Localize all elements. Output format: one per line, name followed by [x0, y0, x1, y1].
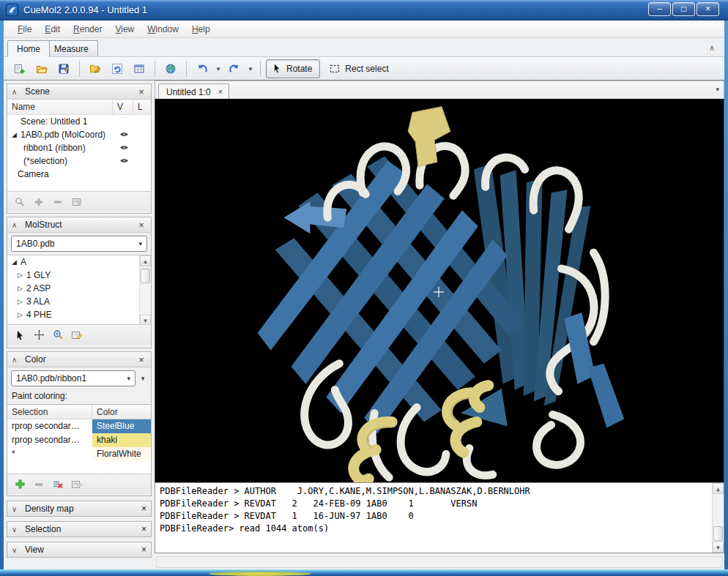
visibility-eye-icon[interactable]	[119, 157, 129, 164]
properties-edit-icon[interactable]	[70, 329, 83, 342]
color-menu-dropdown[interactable]: ▾	[138, 375, 147, 382]
select-cursor-icon[interactable]	[13, 329, 26, 342]
viewport-tab[interactable]: Untitled 1:0 ×	[158, 83, 229, 100]
open-file-button[interactable]	[85, 59, 105, 78]
collapsed-icon[interactable]: ▷	[18, 272, 26, 279]
expand-chevron-icon[interactable]: ∨	[12, 546, 21, 554]
undo-button[interactable]	[192, 59, 212, 78]
molstruct-row-chain-a[interactable]: ◢ A	[7, 255, 151, 269]
density-map-panel-header[interactable]: ∨ Density map ×	[7, 501, 152, 517]
scroll-up-icon[interactable]: ▲	[140, 255, 151, 266]
scene-panel-close-icon[interactable]: ×	[136, 86, 146, 97]
collapse-chevron-icon[interactable]: ∧	[12, 88, 21, 96]
color-panel-header[interactable]: ∧ Color ×	[7, 352, 151, 367]
menu-view[interactable]: View	[108, 22, 141, 37]
density-map-panel-close-icon[interactable]: ×	[141, 504, 146, 514]
collapse-chevron-icon[interactable]: ∧	[12, 221, 21, 229]
viewport-tab-dropdown-icon[interactable]: ▾	[716, 86, 719, 93]
tab-home[interactable]: Home	[7, 40, 50, 57]
zoom-in-icon[interactable]	[51, 329, 64, 342]
selection-panel-close-icon[interactable]: ×	[141, 524, 146, 534]
column-lock[interactable]: L	[133, 100, 151, 114]
view-panel-header[interactable]: ∨ View ×	[7, 542, 152, 558]
color-target-combo[interactable]: 1AB0.pdb/ribbon1 ▾	[11, 370, 135, 386]
save-scene-button[interactable]	[53, 59, 74, 78]
molstruct-panel-close-icon[interactable]: ×	[136, 220, 146, 231]
molstruct-row-res2[interactable]: ▷ 2 ASP	[7, 282, 151, 295]
rotate-tool-button[interactable]: Rotate	[266, 59, 320, 78]
view-panel-close-icon[interactable]: ×	[141, 545, 146, 555]
toolbar-separator	[155, 61, 155, 77]
paint-col-selection[interactable]: Selection	[7, 405, 92, 419]
log-scrollbar[interactable]: ▲ ▼	[712, 483, 724, 553]
paint-row-steelblue[interactable]: rprop secondar… SteelBlue	[7, 419, 151, 433]
column-visible[interactable]: V	[113, 100, 133, 114]
expand-chevron-icon[interactable]: ∨	[12, 525, 21, 534]
new-scene-button[interactable]	[10, 59, 30, 78]
molstruct-panel-header[interactable]: ∧ MolStruct ×	[7, 217, 151, 233]
scroll-down-icon[interactable]: ▼	[713, 542, 724, 553]
paint-col-color[interactable]: Color	[92, 405, 151, 419]
scene-row-scene[interactable]: Scene: Untitled 1	[7, 115, 151, 128]
center-view-icon[interactable]	[32, 329, 45, 342]
scrollbar-thumb[interactable]	[713, 526, 723, 541]
expanded-icon[interactable]: ◢	[12, 258, 21, 266]
scroll-up-icon[interactable]: ▲	[713, 483, 724, 494]
scene-row-ribbon1[interactable]: ribbon1 (ribbon)	[7, 141, 151, 154]
collapsed-icon[interactable]: ▷	[18, 311, 26, 318]
selection-panel-header[interactable]: ∨ Selection ×	[7, 521, 152, 537]
scene-panel-header[interactable]: ∧ Scene ×	[7, 84, 151, 100]
viewport-tab-close-icon[interactable]: ×	[218, 87, 223, 100]
expand-chevron-icon[interactable]: ∨	[12, 505, 21, 513]
expanded-icon[interactable]: ◢	[12, 131, 21, 138]
ribbon-collapse-button[interactable]: ∧	[705, 41, 718, 54]
properties-icon[interactable]	[70, 195, 83, 209]
scroll-down-icon[interactable]: ▼	[140, 315, 151, 325]
network-pdb-button[interactable]	[160, 59, 181, 78]
menu-edit[interactable]: Edit	[38, 22, 67, 37]
paint-row-floralwhite[interactable]: * FloralWhite	[7, 447, 151, 461]
color-panel-close-icon[interactable]: ×	[136, 354, 146, 365]
visibility-eye-icon[interactable]	[119, 144, 129, 151]
collapse-chevron-icon[interactable]: ∧	[12, 356, 21, 364]
molecular-viewport[interactable]	[155, 99, 724, 482]
add-paint-icon[interactable]	[13, 478, 26, 491]
clear-paints-icon[interactable]	[51, 478, 64, 491]
molstruct-scrollbar[interactable]: ▲ ▼	[139, 255, 151, 325]
reload-button[interactable]	[107, 59, 127, 78]
undo-dropdown[interactable]: ▾	[214, 65, 223, 72]
scrollbar-thumb[interactable]	[141, 269, 150, 283]
maximize-button[interactable]: □	[672, 2, 695, 16]
minimize-button[interactable]: –	[648, 2, 671, 16]
open-scene-button[interactable]	[31, 59, 52, 78]
tab-measure[interactable]: Measure	[45, 40, 98, 57]
rect-select-button[interactable]: Rect select	[322, 59, 395, 78]
scene-row-molcoord[interactable]: ◢ 1AB0.pdb (MolCoord)	[7, 128, 151, 141]
titlebar[interactable]: CueMol2 2.0.0.94 - Untitled 1 – □ ×	[0, 0, 728, 20]
column-name[interactable]: Name	[7, 100, 113, 114]
collapsed-icon[interactable]: ▷	[18, 285, 26, 292]
menu-file[interactable]: File	[11, 22, 38, 37]
molstruct-row-res4[interactable]: ▷ 4 PHE	[7, 308, 151, 321]
redo-button[interactable]	[224, 59, 245, 78]
zoom-icon[interactable]	[13, 195, 26, 209]
table-view-button[interactable]	[129, 59, 149, 78]
redo-dropdown[interactable]: ▾	[246, 65, 255, 72]
collapsed-icon[interactable]: ▷	[18, 298, 26, 305]
close-button[interactable]: ×	[697, 2, 719, 16]
paint-row-khaki[interactable]: rprop secondar… khaki	[7, 433, 151, 447]
visibility-eye-icon[interactable]	[119, 131, 129, 138]
menu-render[interactable]: Render	[67, 22, 108, 37]
molstruct-row-res3[interactable]: ▷ 3 ALA	[7, 295, 151, 308]
remove-icon[interactable]	[51, 195, 64, 209]
molstruct-row-res1[interactable]: ▷ 1 GLY	[7, 269, 151, 282]
scene-row-camera[interactable]: Camera	[7, 168, 151, 181]
menu-window[interactable]: Window	[141, 22, 185, 37]
scene-row-selection[interactable]: (*selection)	[7, 154, 151, 168]
remove-paint-icon[interactable]	[32, 478, 45, 491]
molstruct-combo[interactable]: 1AB0.pdb ▾	[11, 236, 147, 252]
log-console[interactable]: PDBFileReader > AUTHOR J.ORY,C.KANE,M.SI…	[155, 482, 724, 553]
menu-help[interactable]: Help	[185, 22, 217, 37]
properties-icon[interactable]	[70, 478, 83, 491]
add-icon[interactable]	[32, 195, 45, 209]
